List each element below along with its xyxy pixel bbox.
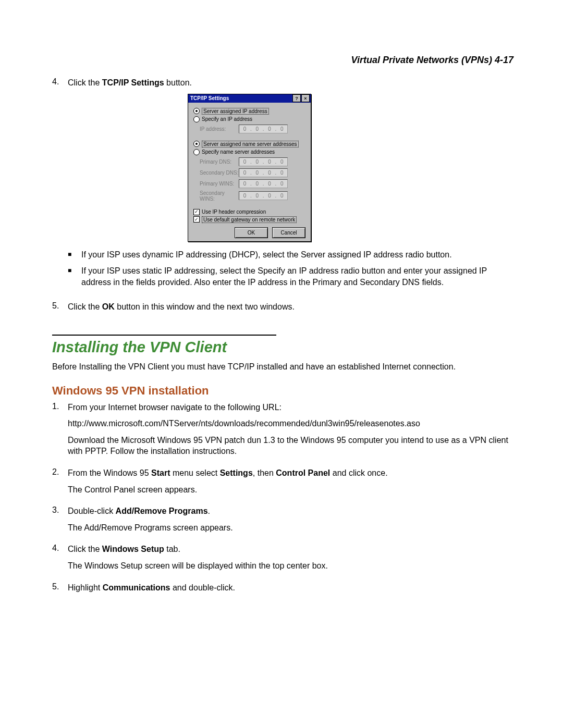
- install-step-2: 2. From the Windows 95 Start menu select…: [52, 467, 513, 500]
- install-step-5: 5. Highlight Communications and double-c…: [52, 582, 513, 599]
- install-step-3: 3. Double-click Add/Remove Programs. The…: [52, 505, 513, 538]
- tcpip-settings-dialog: TCP/IP Settings ? × Server assigned IP a…: [188, 94, 311, 242]
- step-text: From the Windows 95 Start menu select Se…: [68, 467, 388, 479]
- primary-wins-field[interactable]: 0. 0. 0. 0: [239, 179, 288, 188]
- radio-server-dns[interactable]: Server assigned name server addresses: [193, 141, 305, 147]
- install-note: Download the Microsoft Windows 95 VPN pa…: [68, 435, 513, 457]
- radio-server-ip[interactable]: Server assigned IP address: [193, 108, 305, 115]
- step-number: 5.: [52, 301, 68, 311]
- primary-wins-row: Primary WINS: 0. 0. 0. 0: [200, 179, 305, 188]
- checkbox-ip-compression[interactable]: ✓ Use IP header compression: [193, 209, 305, 215]
- secondary-dns-field[interactable]: 0. 0. 0. 0: [239, 168, 288, 177]
- embedded-screenshot: TCP/IP Settings ? × Server assigned IP a…: [188, 94, 513, 242]
- step-text: Click the TCP/IP Settings button.: [68, 77, 192, 89]
- step-text: Highlight Communications and double-clic…: [68, 582, 235, 594]
- ok-button[interactable]: OK: [235, 227, 268, 238]
- step-number: 4.: [52, 544, 68, 553]
- section-lead: Before Installing the VPN Client you mus…: [52, 361, 513, 373]
- install-step-4: 4. Click the Windows Setup tab. The Wind…: [52, 544, 513, 576]
- step-4: 4. Click the TCP/IP Settings button. TCP…: [52, 77, 513, 296]
- step-number: 2.: [52, 467, 68, 477]
- document-page: Virtual Private Networks (VPNs) 4-17 4. …: [0, 0, 563, 728]
- radio-dot-icon: [193, 149, 200, 155]
- subsection-heading: Windows 95 VPN installation: [52, 384, 513, 398]
- help-icon[interactable]: ?: [292, 94, 301, 102]
- cancel-button[interactable]: Cancel: [272, 227, 305, 238]
- checkbox-icon: ✓: [193, 216, 200, 223]
- install-step-1: 1. From your Internet browser navigate t…: [52, 402, 513, 462]
- step-number: 5.: [52, 582, 68, 591]
- checkbox-icon: ✓: [193, 209, 200, 215]
- running-header: Virtual Private Networks (VPNs) 4-17: [52, 55, 513, 66]
- step-number: 1.: [52, 402, 68, 411]
- step-5: 5. Click the OK button in this window an…: [52, 301, 513, 318]
- step-number: 4.: [52, 77, 68, 87]
- bullet-icon: [68, 265, 81, 274]
- close-icon[interactable]: ×: [301, 94, 310, 102]
- bullet-static: If your ISP uses static IP addressing, s…: [68, 265, 513, 288]
- dialog-titlebar: TCP/IP Settings ? ×: [188, 94, 311, 103]
- radio-dot-icon: [193, 108, 200, 114]
- dialog-title: TCP/IP Settings: [190, 95, 229, 101]
- step-number: 3.: [52, 505, 68, 515]
- section-rule: [52, 335, 276, 336]
- step-text: Click the Windows Setup tab.: [68, 544, 180, 555]
- step-result: The Windows Setup screen will be display…: [68, 560, 513, 572]
- checkbox-default-gateway[interactable]: ✓ Use default gateway on remote network: [193, 216, 305, 223]
- ip-address-row: IP address: 0. 0. 0. 0: [200, 125, 305, 133]
- install-url: http://www.microsoft.com/NTServer/nts/do…: [68, 418, 513, 429]
- step-result: The Add/Remove Programs screen appears.: [68, 522, 513, 534]
- step-result: The Control Panel screen appears.: [68, 484, 513, 496]
- secondary-dns-row: Secondary DNS: 0. 0. 0. 0: [200, 168, 305, 177]
- radio-specify-dns[interactable]: Specify name server addresses: [193, 149, 305, 155]
- bullet-icon: [68, 249, 81, 258]
- radio-specify-ip[interactable]: Specify an IP address: [193, 116, 305, 122]
- secondary-wins-row: Secondary WINS: 0. 0. 0. 0: [200, 190, 305, 202]
- step-text: Click the OK button in this window and t…: [68, 301, 295, 313]
- radio-dot-icon: [193, 141, 200, 147]
- primary-dns-field[interactable]: 0. 0. 0. 0: [239, 157, 288, 166]
- primary-dns-row: Primary DNS: 0. 0. 0. 0: [200, 157, 305, 166]
- radio-dot-icon: [193, 116, 200, 122]
- step-text: Double-click Add/Remove Programs.: [68, 505, 210, 517]
- secondary-wins-field[interactable]: 0. 0. 0. 0: [239, 191, 288, 200]
- section-heading: Installing the VPN Client: [52, 339, 513, 356]
- step-text: From your Internet browser navigate to t…: [68, 402, 282, 413]
- ip-address-field[interactable]: 0. 0. 0. 0: [239, 125, 288, 133]
- bullet-dhcp: If your ISP uses dynamic IP addressing (…: [68, 249, 513, 261]
